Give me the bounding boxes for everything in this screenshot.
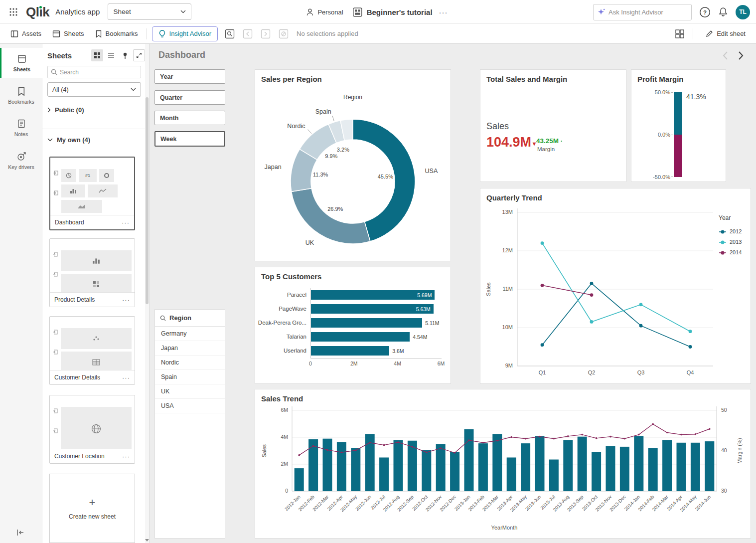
sheet-layout-button[interactable] [674, 28, 686, 40]
region-option-germany[interactable]: Germany [155, 327, 225, 341]
list-view-button[interactable] [105, 49, 117, 61]
sales-bar-2014-Apr[interactable] [677, 443, 686, 491]
sheet-card-menu[interactable]: ··· [122, 296, 130, 304]
region-option-japan[interactable]: Japan [155, 341, 225, 356]
region-option-usa[interactable]: USA [155, 399, 225, 413]
margin-point[interactable] [454, 452, 456, 454]
create-new-sheet-button[interactable]: + Create new sheet [49, 474, 135, 543]
panel-scrollbar[interactable] [145, 44, 149, 543]
sales-bar-2013-Oct[interactable] [592, 452, 601, 491]
assets-button[interactable]: Assets [5, 24, 47, 44]
pin-panel-button[interactable] [119, 49, 131, 61]
trend-point-2012[interactable] [689, 345, 692, 349]
user-avatar[interactable]: TL [736, 5, 750, 19]
margin-point[interactable] [312, 445, 314, 447]
margin-point[interactable] [553, 438, 555, 440]
margin-point[interactable] [624, 438, 626, 440]
margin-point[interactable] [638, 434, 640, 436]
margin-point[interactable] [539, 436, 541, 438]
margin-point[interactable] [709, 428, 711, 430]
margin-point[interactable] [383, 444, 385, 446]
margin-point[interactable] [581, 434, 583, 436]
sales-bar-2013-May[interactable] [521, 443, 530, 491]
sales-bar-2012-Aug[interactable] [394, 440, 403, 491]
sales-bar-2013-Jan[interactable] [464, 429, 474, 491]
sales-bar-2014-Mar[interactable] [662, 440, 672, 491]
sales-bar-2014-May[interactable] [691, 443, 700, 491]
sales-bar-2012-Jan[interactable] [295, 468, 304, 491]
next-sheet-button[interactable] [735, 49, 748, 62]
sales-bar-2012-Mar[interactable] [323, 439, 332, 491]
margin-point[interactable] [369, 442, 371, 444]
trend-line-2012[interactable] [542, 283, 690, 347]
bookmarks-button[interactable]: Bookmarks [90, 24, 144, 44]
region-option-uk[interactable]: UK [155, 384, 225, 399]
help-button[interactable]: ? [699, 6, 711, 18]
sales-bar-2013-Aug[interactable] [563, 440, 573, 491]
trend-point-2012[interactable] [541, 343, 544, 347]
region-listbox-header[interactable]: Region [155, 310, 225, 327]
trend-point-2014[interactable] [541, 284, 544, 287]
trend-point-2013[interactable] [689, 330, 692, 333]
grid-view-button[interactable] [91, 49, 103, 61]
sales-bar-2013-Nov[interactable] [606, 446, 615, 491]
rail-item-sheets[interactable]: Sheets [0, 48, 42, 78]
sales-bar-2012-Apr[interactable] [337, 442, 346, 491]
sheet-card-customer-details[interactable]: Customer Details ··· [49, 316, 135, 385]
customer-bar-userland[interactable] [311, 346, 389, 356]
previous-sheet-button[interactable] [719, 49, 732, 62]
margin-point[interactable] [468, 439, 470, 441]
margin-point[interactable] [298, 454, 300, 456]
filter-year-button[interactable]: Year [154, 69, 225, 84]
sales-bar-2014-Jan[interactable] [634, 436, 643, 491]
margin-point[interactable] [596, 437, 598, 439]
margin-point[interactable] [680, 434, 682, 436]
margin-point[interactable] [426, 451, 428, 453]
sheet-card-menu[interactable]: ··· [122, 374, 130, 381]
sales-bar-2014-Jun[interactable] [705, 441, 714, 491]
scrollbar-thumb[interactable] [146, 97, 149, 304]
margin-point[interactable] [482, 442, 484, 444]
margin-point[interactable] [412, 446, 414, 448]
step-back-button[interactable] [242, 28, 254, 40]
region-option-nordic[interactable]: Nordic [155, 356, 225, 370]
customer-bar-deak-perera-gro-[interactable] [311, 318, 422, 328]
sheets-search[interactable] [47, 66, 141, 78]
group-my-own[interactable]: My own (4) [47, 134, 90, 146]
sales-bar-2013-Sep[interactable] [578, 437, 587, 491]
margin-point[interactable] [695, 433, 697, 435]
sales-bar-2012-Dec[interactable] [450, 452, 459, 491]
margin-point[interactable] [567, 435, 569, 437]
notifications-button[interactable] [718, 7, 728, 17]
margin-line[interactable] [299, 424, 710, 455]
margin-point[interactable] [341, 451, 343, 453]
expand-panel-button[interactable] [133, 49, 145, 61]
sales-bar-2013-Mar[interactable] [492, 434, 502, 491]
sales-bar-2012-Nov[interactable] [436, 444, 446, 492]
line-chart[interactable]: 9M10M11M12M13MQ1Q2Q3Q4SalesYear201220132… [480, 188, 752, 384]
sheet-card-product-details[interactable]: Product Details ··· [49, 238, 135, 307]
trend-point-2013[interactable] [541, 241, 544, 245]
customer-bar-pagewave[interactable] [311, 304, 434, 314]
sheet-card-menu[interactable]: ··· [122, 219, 130, 226]
kpi-total-sales-and-margin[interactable]: Total Sales and Margin Sales 104.9M▾ 43.… [480, 69, 626, 182]
trend-line-2013[interactable] [542, 243, 690, 332]
insight-advisor-input[interactable] [608, 8, 687, 16]
app-launcher-icon[interactable] [7, 5, 20, 18]
margin-point[interactable] [510, 436, 512, 438]
filter-quarter-button[interactable]: Quarter [154, 90, 225, 105]
rail-item-key-drivers[interactable]: Key drivers [0, 146, 42, 176]
sales-bar-2014-Feb[interactable] [648, 448, 658, 491]
group-public[interactable]: Public (0) [47, 104, 84, 116]
sheet-card-menu[interactable]: ··· [122, 453, 130, 460]
trend-point-2014[interactable] [590, 293, 594, 297]
edit-sheet-button[interactable]: Edit sheet [700, 24, 751, 44]
trend-point-2012[interactable] [639, 324, 643, 328]
sales-bar-2012-May[interactable] [351, 448, 360, 491]
sales-bar-2013-Apr[interactable] [507, 458, 516, 492]
margin-point[interactable] [440, 447, 442, 449]
rail-item-notes[interactable]: Notes [0, 113, 42, 143]
clear-selections-button[interactable] [278, 28, 290, 40]
region-option-spain[interactable]: Spain [155, 370, 225, 384]
filter-month-button[interactable]: Month [154, 111, 225, 125]
